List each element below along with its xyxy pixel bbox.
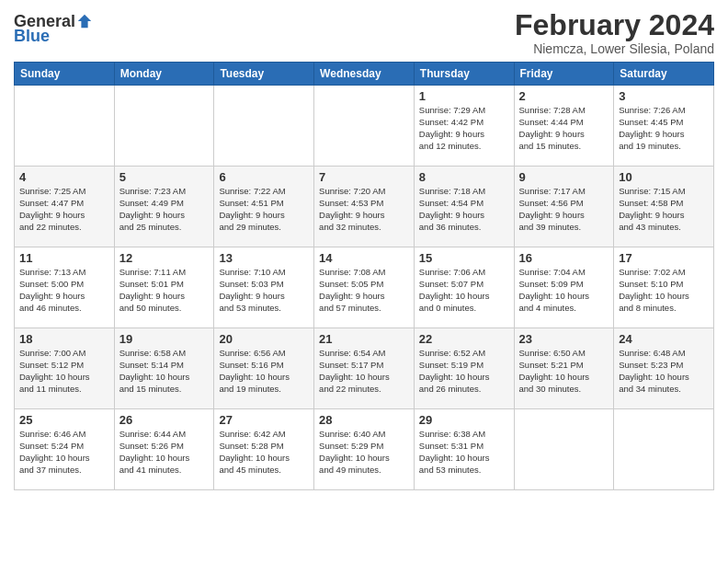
day-info: Sunrise: 7:15 AM Sunset: 4:58 PM Dayligh… bbox=[619, 186, 709, 233]
day-number: 25 bbox=[19, 413, 109, 427]
day-info: Sunrise: 7:10 AM Sunset: 5:03 PM Dayligh… bbox=[219, 267, 309, 314]
table-row bbox=[15, 86, 115, 167]
table-row: 14Sunrise: 7:08 AM Sunset: 5:05 PM Dayli… bbox=[314, 247, 415, 328]
day-number: 21 bbox=[319, 332, 409, 346]
table-row: 28Sunrise: 6:40 AM Sunset: 5:29 PM Dayli… bbox=[314, 409, 415, 490]
day-info: Sunrise: 6:38 AM Sunset: 5:31 PM Dayligh… bbox=[419, 429, 509, 476]
day-info: Sunrise: 7:28 AM Sunset: 4:44 PM Dayligh… bbox=[519, 105, 609, 152]
table-row: 27Sunrise: 6:42 AM Sunset: 5:28 PM Dayli… bbox=[214, 409, 314, 490]
table-row: 13Sunrise: 7:10 AM Sunset: 5:03 PM Dayli… bbox=[214, 247, 314, 328]
day-info: Sunrise: 6:54 AM Sunset: 5:17 PM Dayligh… bbox=[319, 348, 409, 395]
logo: General Blue bbox=[14, 13, 93, 46]
day-info: Sunrise: 7:04 AM Sunset: 5:09 PM Dayligh… bbox=[519, 267, 609, 314]
day-info: Sunrise: 6:44 AM Sunset: 5:26 PM Dayligh… bbox=[119, 429, 210, 476]
col-saturday: Saturday bbox=[614, 63, 714, 86]
table-row: 7Sunrise: 7:20 AM Sunset: 4:53 PM Daylig… bbox=[314, 167, 415, 247]
table-row: 20Sunrise: 6:56 AM Sunset: 5:16 PM Dayli… bbox=[214, 328, 314, 409]
table-row: 21Sunrise: 6:54 AM Sunset: 5:17 PM Dayli… bbox=[314, 328, 415, 409]
table-row: 16Sunrise: 7:04 AM Sunset: 5:09 PM Dayli… bbox=[514, 247, 614, 328]
month-title: February 2024 bbox=[515, 9, 714, 41]
day-info: Sunrise: 6:52 AM Sunset: 5:19 PM Dayligh… bbox=[419, 348, 509, 395]
col-friday: Friday bbox=[514, 63, 614, 86]
calendar-week-row: 1Sunrise: 7:29 AM Sunset: 4:42 PM Daylig… bbox=[15, 86, 714, 167]
day-number: 27 bbox=[219, 413, 309, 427]
table-row: 1Sunrise: 7:29 AM Sunset: 4:42 PM Daylig… bbox=[414, 86, 514, 167]
col-sunday: Sunday bbox=[15, 63, 115, 86]
table-row: 10Sunrise: 7:15 AM Sunset: 4:58 PM Dayli… bbox=[614, 167, 714, 247]
day-info: Sunrise: 7:00 AM Sunset: 5:12 PM Dayligh… bbox=[19, 348, 109, 395]
calendar: Sunday Monday Tuesday Wednesday Thursday… bbox=[14, 62, 714, 490]
day-info: Sunrise: 6:46 AM Sunset: 5:24 PM Dayligh… bbox=[19, 429, 109, 476]
calendar-week-row: 18Sunrise: 7:00 AM Sunset: 5:12 PM Dayli… bbox=[15, 328, 714, 409]
table-row: 15Sunrise: 7:06 AM Sunset: 5:07 PM Dayli… bbox=[414, 247, 514, 328]
day-info: Sunrise: 6:42 AM Sunset: 5:28 PM Dayligh… bbox=[219, 429, 309, 476]
col-monday: Monday bbox=[114, 63, 214, 86]
day-info: Sunrise: 7:18 AM Sunset: 4:54 PM Dayligh… bbox=[419, 186, 509, 233]
day-number: 3 bbox=[619, 89, 709, 103]
day-info: Sunrise: 7:20 AM Sunset: 4:53 PM Dayligh… bbox=[319, 186, 409, 233]
table-row: 2Sunrise: 7:28 AM Sunset: 4:44 PM Daylig… bbox=[514, 86, 614, 167]
table-row bbox=[314, 86, 415, 167]
day-number: 2 bbox=[519, 89, 609, 103]
day-info: Sunrise: 7:29 AM Sunset: 4:42 PM Dayligh… bbox=[419, 105, 509, 152]
table-row bbox=[214, 86, 314, 167]
day-number: 17 bbox=[619, 251, 709, 265]
page-container: General Blue February 2024 Niemcza, Lowe… bbox=[0, 0, 728, 500]
svg-marker-0 bbox=[78, 15, 91, 28]
day-number: 4 bbox=[19, 170, 109, 184]
calendar-header-row: Sunday Monday Tuesday Wednesday Thursday… bbox=[15, 63, 714, 86]
calendar-week-row: 4Sunrise: 7:25 AM Sunset: 4:47 PM Daylig… bbox=[15, 167, 714, 247]
day-info: Sunrise: 6:56 AM Sunset: 5:16 PM Dayligh… bbox=[219, 348, 309, 395]
header: General Blue February 2024 Niemcza, Lowe… bbox=[14, 9, 714, 56]
day-number: 1 bbox=[419, 89, 509, 103]
day-info: Sunrise: 7:22 AM Sunset: 4:51 PM Dayligh… bbox=[219, 186, 309, 233]
table-row: 12Sunrise: 7:11 AM Sunset: 5:01 PM Dayli… bbox=[114, 247, 214, 328]
day-info: Sunrise: 6:58 AM Sunset: 5:14 PM Dayligh… bbox=[119, 348, 210, 395]
table-row: 19Sunrise: 6:58 AM Sunset: 5:14 PM Dayli… bbox=[114, 328, 214, 409]
day-number: 16 bbox=[519, 251, 609, 265]
day-number: 15 bbox=[419, 251, 509, 265]
table-row: 29Sunrise: 6:38 AM Sunset: 5:31 PM Dayli… bbox=[414, 409, 514, 490]
table-row: 4Sunrise: 7:25 AM Sunset: 4:47 PM Daylig… bbox=[15, 167, 115, 247]
day-info: Sunrise: 6:48 AM Sunset: 5:23 PM Dayligh… bbox=[619, 348, 709, 395]
col-wednesday: Wednesday bbox=[314, 63, 415, 86]
day-info: Sunrise: 7:06 AM Sunset: 5:07 PM Dayligh… bbox=[419, 267, 509, 314]
day-number: 26 bbox=[119, 413, 210, 427]
day-info: Sunrise: 7:02 AM Sunset: 5:10 PM Dayligh… bbox=[619, 267, 709, 314]
table-row: 8Sunrise: 7:18 AM Sunset: 4:54 PM Daylig… bbox=[414, 167, 514, 247]
table-row: 26Sunrise: 6:44 AM Sunset: 5:26 PM Dayli… bbox=[114, 409, 214, 490]
day-number: 29 bbox=[419, 413, 509, 427]
day-info: Sunrise: 7:08 AM Sunset: 5:05 PM Dayligh… bbox=[319, 267, 409, 314]
day-number: 22 bbox=[419, 332, 509, 346]
day-number: 14 bbox=[319, 251, 409, 265]
calendar-week-row: 11Sunrise: 7:13 AM Sunset: 5:00 PM Dayli… bbox=[15, 247, 714, 328]
table-row: 5Sunrise: 7:23 AM Sunset: 4:49 PM Daylig… bbox=[114, 167, 214, 247]
day-info: Sunrise: 7:13 AM Sunset: 5:00 PM Dayligh… bbox=[19, 267, 109, 314]
day-number: 24 bbox=[619, 332, 709, 346]
title-block: February 2024 Niemcza, Lower Silesia, Po… bbox=[515, 9, 714, 56]
day-info: Sunrise: 7:26 AM Sunset: 4:45 PM Dayligh… bbox=[619, 105, 709, 152]
logo-icon bbox=[76, 13, 93, 29]
day-number: 20 bbox=[219, 332, 309, 346]
table-row: 23Sunrise: 6:50 AM Sunset: 5:21 PM Dayli… bbox=[514, 328, 614, 409]
day-info: Sunrise: 6:40 AM Sunset: 5:29 PM Dayligh… bbox=[319, 429, 409, 476]
day-number: 23 bbox=[519, 332, 609, 346]
table-row: 24Sunrise: 6:48 AM Sunset: 5:23 PM Dayli… bbox=[614, 328, 714, 409]
day-number: 11 bbox=[19, 251, 109, 265]
day-number: 7 bbox=[319, 170, 409, 184]
day-number: 8 bbox=[419, 170, 509, 184]
col-thursday: Thursday bbox=[414, 63, 514, 86]
table-row bbox=[114, 86, 214, 167]
day-info: Sunrise: 7:11 AM Sunset: 5:01 PM Dayligh… bbox=[119, 267, 210, 314]
calendar-week-row: 25Sunrise: 6:46 AM Sunset: 5:24 PM Dayli… bbox=[15, 409, 714, 490]
table-row: 9Sunrise: 7:17 AM Sunset: 4:56 PM Daylig… bbox=[514, 167, 614, 247]
day-info: Sunrise: 7:17 AM Sunset: 4:56 PM Dayligh… bbox=[519, 186, 609, 233]
day-number: 9 bbox=[519, 170, 609, 184]
day-number: 12 bbox=[119, 251, 210, 265]
day-number: 5 bbox=[119, 170, 210, 184]
day-number: 6 bbox=[219, 170, 309, 184]
day-info: Sunrise: 7:25 AM Sunset: 4:47 PM Dayligh… bbox=[19, 186, 109, 233]
day-number: 18 bbox=[19, 332, 109, 346]
day-number: 13 bbox=[219, 251, 309, 265]
table-row: 6Sunrise: 7:22 AM Sunset: 4:51 PM Daylig… bbox=[214, 167, 314, 247]
